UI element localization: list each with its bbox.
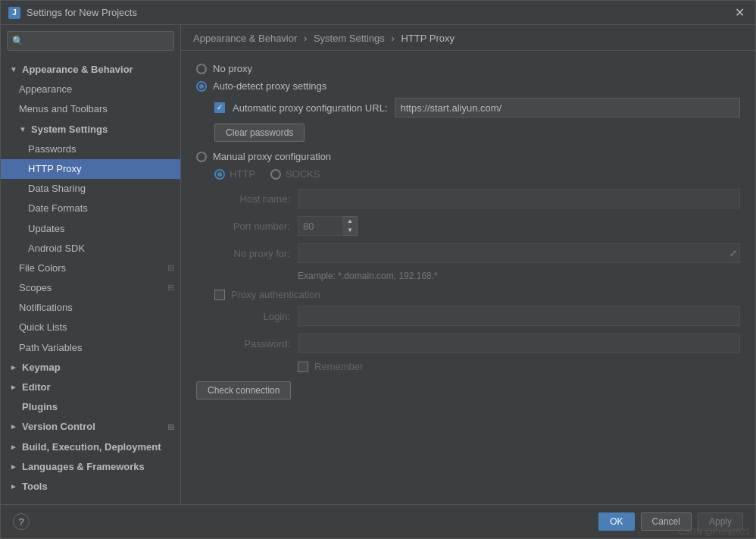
password-row: Password: xyxy=(214,334,740,353)
port-spinner: ▲ ▼ xyxy=(298,216,358,236)
check-connection-row: Check connection xyxy=(196,381,740,400)
port-decrement-button[interactable]: ▼ xyxy=(343,226,357,235)
ok-button[interactable]: OK xyxy=(598,512,634,531)
host-name-input[interactable] xyxy=(298,189,740,208)
auto-detect-row: Auto-detect proxy settings xyxy=(196,80,740,92)
sidebar-item-build-execution[interactable]: ► Build, Execution, Deployment xyxy=(1,437,180,457)
http-radio[interactable] xyxy=(214,169,225,180)
port-number-row: Port number: ▲ ▼ xyxy=(214,216,740,236)
login-input[interactable] xyxy=(298,306,740,326)
no-proxy-for-input[interactable] xyxy=(298,243,740,263)
password-input[interactable] xyxy=(298,334,740,353)
help-button[interactable]: ? xyxy=(13,513,30,530)
expand-arrow: ► xyxy=(10,362,19,373)
sidebar-item-path-variables[interactable]: Path Variables xyxy=(1,338,180,358)
sidebar-item-appearance-behavior[interactable]: ▼ Appearance & Behavior xyxy=(1,60,180,80)
login-row: Login: xyxy=(214,306,740,326)
sidebar-item-label: Plugins xyxy=(22,400,58,414)
sidebar-item-label: File Colors xyxy=(19,262,66,275)
sidebar-item-label: Android SDK xyxy=(28,242,85,255)
sidebar-item-passwords[interactable]: Passwords xyxy=(1,139,180,159)
expand-icon[interactable]: ⤢ xyxy=(729,248,737,259)
clear-passwords-button[interactable]: Clear passwords xyxy=(214,124,305,142)
auto-url-label: Automatic proxy configuration URL: xyxy=(233,102,387,114)
auto-proxy-url-input[interactable] xyxy=(395,98,740,118)
title-bar: J Settings for New Projects ✕ xyxy=(1,1,755,25)
port-number-input[interactable] xyxy=(298,216,343,236)
remember-label[interactable]: Remember xyxy=(314,361,363,372)
sidebar-item-label: Passwords xyxy=(28,143,77,156)
check-connection-button[interactable]: Check connection xyxy=(196,381,291,400)
sidebar-item-file-colors[interactable]: File Colors ⊞ xyxy=(1,259,180,278)
http-label[interactable]: HTTP xyxy=(230,168,255,180)
example-text: Example: *.domain.com, 192.168.* xyxy=(214,271,740,281)
expand-arrow: ► xyxy=(10,462,19,472)
port-spinner-buttons: ▲ ▼ xyxy=(343,216,358,236)
expand-arrow: ► xyxy=(10,382,19,393)
sidebar-item-http-proxy[interactable]: HTTP Proxy xyxy=(1,159,180,179)
sidebar-item-editor[interactable]: ► Editor xyxy=(1,378,180,397)
settings-panel: No proxy Auto-detect proxy settings Auto… xyxy=(181,51,755,504)
remember-row: Remember xyxy=(214,361,740,372)
settings-dialog: J Settings for New Projects ✕ 🔍 ▼ Appear… xyxy=(0,0,756,539)
sidebar-item-keymap[interactable]: ► Keymap xyxy=(1,358,180,378)
port-increment-button[interactable]: ▲ xyxy=(343,217,357,226)
sidebar-item-label: Date Formats xyxy=(28,202,88,215)
proxy-auth-row: Proxy authentication xyxy=(214,289,740,300)
sidebar-item-label: Languages & Frameworks xyxy=(22,460,145,474)
remember-checkbox[interactable] xyxy=(298,362,308,372)
sidebar-item-label: System Settings xyxy=(31,123,108,136)
sidebar-item-label: HTTP Proxy xyxy=(28,162,82,176)
no-proxy-for-row: No proxy for: ⤢ xyxy=(214,243,740,263)
sidebar-item-tools[interactable]: ► Tools xyxy=(1,477,180,497)
sidebar-item-scopes[interactable]: Scopes ⊞ xyxy=(1,278,180,298)
sidebar-item-quick-lists[interactable]: Quick Lists xyxy=(1,318,180,337)
manual-proxy-radio[interactable] xyxy=(196,152,207,162)
host-name-label: Host name: xyxy=(214,193,290,205)
sidebar-item-label: Build, Execution, Deployment xyxy=(22,440,161,454)
sidebar-item-label: Menus and Toolbars xyxy=(19,102,108,116)
dialog-title: Settings for New Projects xyxy=(27,7,137,18)
search-input[interactable] xyxy=(27,36,169,46)
manual-proxy-label[interactable]: Manual proxy configuration xyxy=(213,151,331,162)
socks-radio[interactable] xyxy=(270,169,281,180)
port-number-label: Port number: xyxy=(214,221,290,232)
manual-proxy-section: HTTP SOCKS Host name: Port xyxy=(196,168,740,372)
socks-label[interactable]: SOCKS xyxy=(286,168,320,180)
sidebar-item-system-settings[interactable]: ▼ System Settings xyxy=(1,120,180,139)
sidebar-item-version-control[interactable]: ► Version Control ⊞ xyxy=(1,417,180,437)
sidebar-item-notifications[interactable]: Notifications xyxy=(1,298,180,318)
sidebar-item-label: Updates xyxy=(28,222,64,236)
sidebar-item-updates[interactable]: Updates xyxy=(1,219,180,239)
sidebar-item-plugins[interactable]: ► Plugins xyxy=(1,397,180,417)
sidebar-item-label: Keymap xyxy=(22,361,61,374)
no-proxy-label[interactable]: No proxy xyxy=(213,63,252,74)
auto-detect-label[interactable]: Auto-detect proxy settings xyxy=(213,80,326,92)
password-label: Password: xyxy=(214,338,290,349)
http-socks-row: HTTP SOCKS xyxy=(214,168,740,180)
copy-icon: ⊞ xyxy=(167,282,174,293)
breadcrumb-part1: Appearance & Behavior xyxy=(193,33,297,44)
close-button[interactable]: ✕ xyxy=(732,5,748,20)
collapse-arrow: ▼ xyxy=(19,124,28,135)
auto-detect-radio[interactable] xyxy=(196,81,207,92)
sidebar-item-appearance[interactable]: Appearance xyxy=(1,80,180,99)
http-option: HTTP xyxy=(214,168,255,180)
sidebar: 🔍 ▼ Appearance & Behavior Appearance Men… xyxy=(1,25,181,504)
sidebar-item-date-formats[interactable]: Date Formats xyxy=(1,199,180,218)
expand-arrow: ► xyxy=(10,442,19,453)
auto-url-checkbox[interactable] xyxy=(214,102,225,113)
breadcrumb: Appearance & Behavior › System Settings … xyxy=(181,25,755,51)
search-box[interactable]: 🔍 xyxy=(7,31,174,51)
sidebar-item-data-sharing[interactable]: Data Sharing xyxy=(1,179,180,199)
sidebar-item-android-sdk[interactable]: Android SDK xyxy=(1,239,180,259)
footer-left: ? xyxy=(13,512,592,531)
host-name-row: Host name: xyxy=(214,189,740,208)
proxy-auth-checkbox[interactable] xyxy=(214,290,225,300)
breadcrumb-sep1: › xyxy=(304,33,310,44)
sidebar-item-languages-frameworks[interactable]: ► Languages & Frameworks xyxy=(1,457,180,477)
proxy-auth-label[interactable]: Proxy authentication xyxy=(231,289,320,300)
no-proxy-radio[interactable] xyxy=(196,64,207,74)
search-icon: 🔍 xyxy=(12,36,23,46)
sidebar-item-menus-toolbars[interactable]: Menus and Toolbars xyxy=(1,99,180,119)
